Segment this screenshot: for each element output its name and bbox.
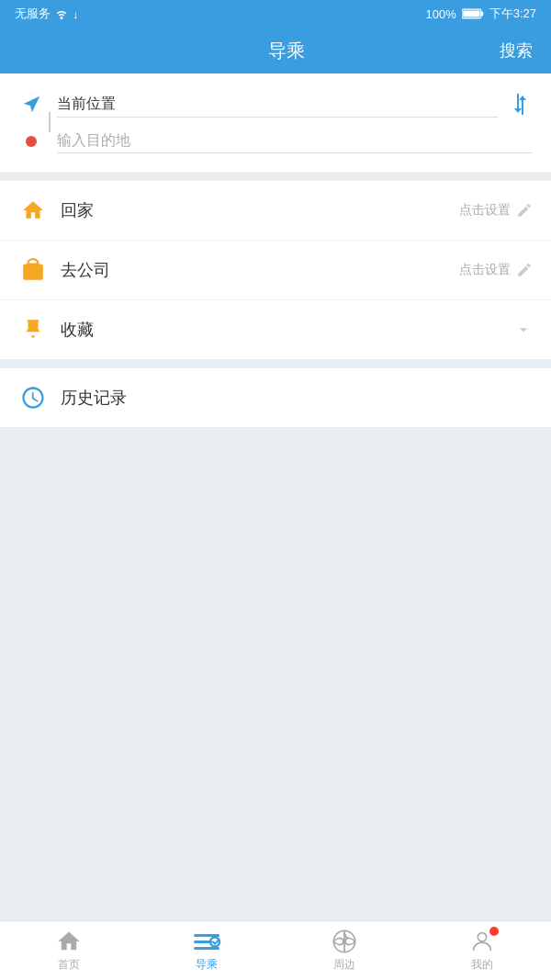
home-tab-icon [56, 929, 82, 954]
tab-nearby[interactable]: 周边 [276, 921, 413, 980]
svg-point-9 [343, 940, 347, 944]
home-quick-item[interactable]: 回家 点击设置 [0, 181, 551, 241]
location-arrow-icon [18, 95, 44, 115]
tab-guide-icon-wrap [192, 929, 221, 954]
favorites-label: 收藏 [61, 319, 514, 341]
home-action[interactable]: 点击设置 [459, 202, 533, 219]
favorites-item[interactable]: 收藏 [0, 300, 551, 359]
home-pencil-icon [516, 202, 533, 219]
nearby-tab-icon [332, 929, 357, 954]
tab-profile-label: 我的 [471, 957, 493, 973]
home-label: 回家 [61, 199, 459, 221]
status-left: 无服务 ↓ [15, 6, 79, 22]
destination-input[interactable] [57, 129, 533, 153]
history-section[interactable]: 历史记录 [0, 368, 551, 427]
clock-icon [18, 383, 48, 412]
profile-badge [489, 927, 499, 936]
status-right: 100% 下午3:27 [425, 6, 536, 22]
tab-profile[interactable]: 我的 [413, 921, 551, 980]
time-text: 下午3:27 [489, 6, 536, 22]
svg-rect-2 [463, 10, 479, 17]
swap-button[interactable] [511, 92, 533, 118]
tab-guide-label: 导乘 [196, 957, 218, 973]
tab-home[interactable]: 首页 [0, 921, 138, 980]
battery-icon [462, 8, 484, 19]
tab-home-icon-wrap [56, 929, 82, 954]
section-divider-1 [0, 172, 551, 181]
work-icon [18, 255, 48, 285]
current-location-input[interactable] [57, 93, 498, 118]
tab-nearby-label: 周边 [333, 957, 355, 973]
search-section [0, 73, 551, 172]
wifi-icon [54, 8, 69, 19]
svg-point-11 [478, 933, 486, 941]
home-action-label: 点击设置 [459, 202, 511, 219]
page-title: 导乘 [268, 39, 305, 63]
tab-home-label: 首页 [58, 957, 80, 973]
search-button[interactable]: 搜索 [500, 39, 533, 62]
history-item[interactable]: 历史记录 [0, 368, 551, 427]
current-location-row[interactable] [18, 86, 533, 123]
work-pencil-icon [516, 262, 533, 278]
work-quick-item[interactable]: 去公司 点击设置 [0, 241, 551, 300]
work-action[interactable]: 点击设置 [459, 262, 533, 278]
home-icon [18, 196, 48, 225]
svg-rect-1 [480, 12, 482, 17]
no-service-text: 无服务 [15, 6, 51, 22]
tab-profile-icon-wrap [469, 929, 495, 954]
main-content-area [0, 427, 551, 920]
destination-dot-icon [18, 136, 44, 147]
tab-nearby-icon-wrap [332, 929, 357, 954]
work-action-label: 点击设置 [459, 262, 511, 278]
status-bar: 无服务 ↓ 100% 下午3:27 [0, 0, 551, 28]
pin-icon [18, 315, 48, 344]
history-label: 历史记录 [61, 387, 533, 409]
tab-guide[interactable]: 导乘 [138, 921, 276, 980]
work-label: 去公司 [61, 259, 459, 281]
favorites-chevron[interactable] [514, 321, 533, 339]
section-divider-2 [0, 359, 551, 368]
tab-bar: 首页 导乘 周边 [0, 920, 551, 980]
battery-text: 100% [425, 7, 455, 21]
top-nav: 导乘 搜索 [0, 28, 551, 73]
guide-tab-icon [192, 929, 221, 954]
signal-icon: ↓ [73, 7, 79, 21]
destination-row[interactable] [18, 123, 533, 159]
chevron-down-icon [514, 321, 533, 339]
quick-access-list: 回家 点击设置 去公司 点击设置 [0, 181, 551, 359]
